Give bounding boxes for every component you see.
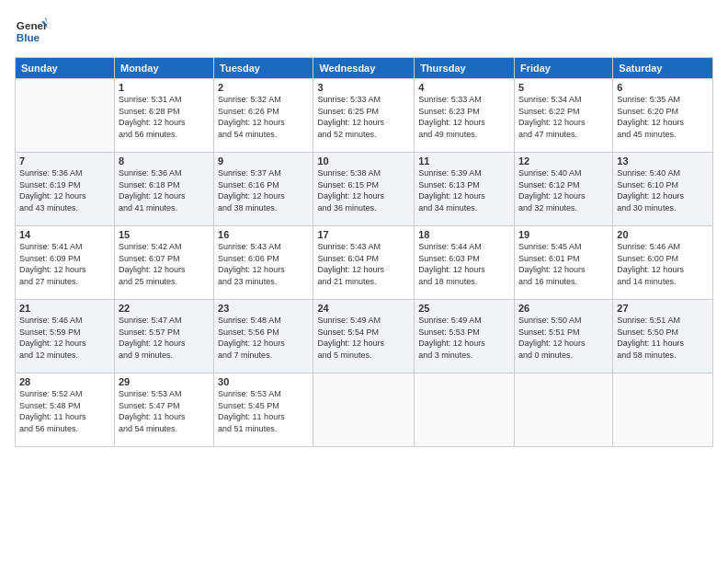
- day-info: Sunrise: 5:41 AM Sunset: 6:09 PM Dayligh…: [19, 241, 110, 287]
- day-info: Sunrise: 5:34 AM Sunset: 6:22 PM Dayligh…: [518, 94, 609, 140]
- day-number: 28: [19, 376, 110, 387]
- calendar-cell: 29Sunrise: 5:53 AM Sunset: 5:47 PM Dayli…: [114, 373, 213, 447]
- day-number: 18: [418, 229, 510, 240]
- calendar-cell: 22Sunrise: 5:47 AM Sunset: 5:57 PM Dayli…: [114, 300, 213, 373]
- day-number: 10: [317, 155, 410, 167]
- day-number: 14: [19, 229, 110, 240]
- svg-text:General: General: [17, 19, 48, 31]
- day-info: Sunrise: 5:47 AM Sunset: 5:57 PM Dayligh…: [119, 315, 210, 361]
- day-info: Sunrise: 5:43 AM Sunset: 6:06 PM Dayligh…: [218, 241, 309, 287]
- day-number: 11: [418, 155, 510, 167]
- calendar-cell: 19Sunrise: 5:45 AM Sunset: 6:01 PM Dayli…: [514, 226, 612, 300]
- day-info: Sunrise: 5:48 AM Sunset: 5:56 PM Dayligh…: [218, 315, 309, 361]
- weekday-header-friday: Friday: [514, 58, 612, 79]
- day-number: 29: [119, 376, 210, 387]
- day-number: 12: [518, 155, 609, 167]
- day-number: 8: [119, 155, 210, 167]
- calendar-week-row: 28Sunrise: 5:52 AM Sunset: 5:48 PM Dayli…: [16, 373, 713, 447]
- calendar-cell: [16, 79, 115, 153]
- day-number: 1: [119, 82, 210, 93]
- calendar-cell: 4Sunrise: 5:33 AM Sunset: 6:23 PM Daylig…: [415, 79, 515, 153]
- weekday-header-row: SundayMondayTuesdayWednesdayThursdayFrid…: [16, 58, 713, 79]
- header: General Blue: [15, 15, 713, 48]
- calendar-week-row: 21Sunrise: 5:46 AM Sunset: 5:59 PM Dayli…: [16, 300, 713, 373]
- day-number: 6: [617, 82, 709, 93]
- calendar-cell: 18Sunrise: 5:44 AM Sunset: 6:03 PM Dayli…: [415, 226, 515, 300]
- day-info: Sunrise: 5:53 AM Sunset: 5:45 PM Dayligh…: [218, 388, 309, 434]
- day-number: 25: [418, 303, 510, 314]
- calendar-cell: 9Sunrise: 5:37 AM Sunset: 6:16 PM Daylig…: [214, 153, 313, 226]
- calendar-cell: 30Sunrise: 5:53 AM Sunset: 5:45 PM Dayli…: [214, 373, 313, 447]
- calendar-cell: [415, 373, 515, 447]
- calendar-cell: 13Sunrise: 5:40 AM Sunset: 6:10 PM Dayli…: [613, 153, 713, 226]
- calendar-week-row: 14Sunrise: 5:41 AM Sunset: 6:09 PM Dayli…: [16, 226, 713, 300]
- day-info: Sunrise: 5:50 AM Sunset: 5:51 PM Dayligh…: [518, 315, 609, 361]
- day-info: Sunrise: 5:31 AM Sunset: 6:28 PM Dayligh…: [119, 94, 210, 140]
- day-info: Sunrise: 5:40 AM Sunset: 6:12 PM Dayligh…: [518, 167, 609, 213]
- calendar-cell: 1Sunrise: 5:31 AM Sunset: 6:28 PM Daylig…: [114, 79, 213, 153]
- day-number: 24: [317, 303, 410, 314]
- day-info: Sunrise: 5:51 AM Sunset: 5:50 PM Dayligh…: [617, 315, 709, 361]
- day-number: 13: [617, 155, 709, 167]
- calendar-cell: 10Sunrise: 5:38 AM Sunset: 6:15 PM Dayli…: [313, 153, 415, 226]
- calendar-cell: 14Sunrise: 5:41 AM Sunset: 6:09 PM Dayli…: [16, 226, 115, 300]
- weekday-header-saturday: Saturday: [613, 58, 713, 79]
- day-info: Sunrise: 5:36 AM Sunset: 6:19 PM Dayligh…: [19, 167, 110, 213]
- calendar-cell: 26Sunrise: 5:50 AM Sunset: 5:51 PM Dayli…: [514, 300, 612, 373]
- day-number: 30: [218, 376, 309, 387]
- day-number: 16: [218, 229, 309, 240]
- logo: General Blue: [15, 15, 51, 48]
- day-number: 9: [218, 155, 309, 167]
- calendar-cell: 12Sunrise: 5:40 AM Sunset: 6:12 PM Dayli…: [514, 153, 612, 226]
- day-number: 15: [119, 229, 210, 240]
- calendar-table: SundayMondayTuesdayWednesdayThursdayFrid…: [15, 57, 713, 447]
- day-number: 20: [617, 229, 709, 240]
- day-info: Sunrise: 5:45 AM Sunset: 6:01 PM Dayligh…: [518, 241, 609, 287]
- day-number: 26: [518, 303, 609, 314]
- calendar-cell: 15Sunrise: 5:42 AM Sunset: 6:07 PM Dayli…: [114, 226, 213, 300]
- calendar-cell: 25Sunrise: 5:49 AM Sunset: 5:53 PM Dayli…: [415, 300, 515, 373]
- day-info: Sunrise: 5:53 AM Sunset: 5:47 PM Dayligh…: [119, 388, 210, 434]
- day-number: 23: [218, 303, 309, 314]
- day-info: Sunrise: 5:37 AM Sunset: 6:16 PM Dayligh…: [218, 167, 309, 213]
- calendar-cell: 5Sunrise: 5:34 AM Sunset: 6:22 PM Daylig…: [514, 79, 612, 153]
- day-info: Sunrise: 5:32 AM Sunset: 6:26 PM Dayligh…: [218, 94, 309, 140]
- day-number: 3: [317, 82, 410, 93]
- day-number: 17: [317, 229, 410, 240]
- day-info: Sunrise: 5:35 AM Sunset: 6:20 PM Dayligh…: [617, 94, 709, 140]
- day-info: Sunrise: 5:33 AM Sunset: 6:25 PM Dayligh…: [317, 94, 410, 140]
- day-info: Sunrise: 5:39 AM Sunset: 6:13 PM Dayligh…: [418, 167, 510, 213]
- calendar-cell: 6Sunrise: 5:35 AM Sunset: 6:20 PM Daylig…: [613, 79, 713, 153]
- day-number: 27: [617, 303, 709, 314]
- day-info: Sunrise: 5:43 AM Sunset: 6:04 PM Dayligh…: [317, 241, 410, 287]
- day-info: Sunrise: 5:52 AM Sunset: 5:48 PM Dayligh…: [19, 388, 110, 434]
- weekday-header-wednesday: Wednesday: [313, 58, 415, 79]
- calendar-cell: 2Sunrise: 5:32 AM Sunset: 6:26 PM Daylig…: [214, 79, 313, 153]
- day-number: 21: [19, 303, 110, 314]
- calendar-cell: [613, 373, 713, 447]
- calendar-cell: 28Sunrise: 5:52 AM Sunset: 5:48 PM Dayli…: [16, 373, 115, 447]
- day-info: Sunrise: 5:40 AM Sunset: 6:10 PM Dayligh…: [617, 167, 709, 213]
- day-number: 4: [418, 82, 510, 93]
- calendar-week-row: 7Sunrise: 5:36 AM Sunset: 6:19 PM Daylig…: [16, 153, 713, 226]
- calendar-cell: [514, 373, 612, 447]
- day-info: Sunrise: 5:36 AM Sunset: 6:18 PM Dayligh…: [119, 167, 210, 213]
- weekday-header-tuesday: Tuesday: [214, 58, 313, 79]
- weekday-header-monday: Monday: [114, 58, 213, 79]
- day-number: 19: [518, 229, 609, 240]
- svg-text:Blue: Blue: [17, 31, 40, 43]
- calendar-cell: 20Sunrise: 5:46 AM Sunset: 6:00 PM Dayli…: [613, 226, 713, 300]
- day-info: Sunrise: 5:44 AM Sunset: 6:03 PM Dayligh…: [418, 241, 510, 287]
- calendar-cell: 16Sunrise: 5:43 AM Sunset: 6:06 PM Dayli…: [214, 226, 313, 300]
- day-info: Sunrise: 5:49 AM Sunset: 5:54 PM Dayligh…: [317, 315, 410, 361]
- weekday-header-sunday: Sunday: [16, 58, 115, 79]
- calendar-cell: [313, 373, 415, 447]
- calendar-cell: 27Sunrise: 5:51 AM Sunset: 5:50 PM Dayli…: [613, 300, 713, 373]
- logo-icon: General Blue: [15, 15, 48, 48]
- page: General Blue SundayMondayTuesdayWednesda…: [0, 0, 728, 563]
- calendar-cell: 23Sunrise: 5:48 AM Sunset: 5:56 PM Dayli…: [214, 300, 313, 373]
- day-info: Sunrise: 5:46 AM Sunset: 6:00 PM Dayligh…: [617, 241, 709, 287]
- day-info: Sunrise: 5:38 AM Sunset: 6:15 PM Dayligh…: [317, 167, 410, 213]
- calendar-cell: 11Sunrise: 5:39 AM Sunset: 6:13 PM Dayli…: [415, 153, 515, 226]
- weekday-header-thursday: Thursday: [415, 58, 515, 79]
